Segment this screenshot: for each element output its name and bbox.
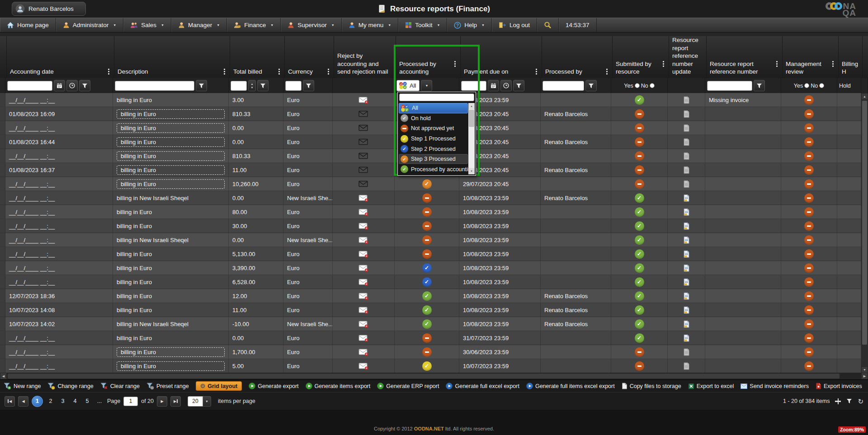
column-menu-icon[interactable] [831, 60, 835, 68]
reject-mail-icon[interactable] [359, 250, 368, 258]
previous-page-button[interactable]: ◀ [18, 396, 28, 407]
processed-by-filter-input[interactable] [542, 81, 584, 91]
reference-update-icon[interactable] [683, 96, 690, 104]
table-row[interactable]: __/__/____ __:__billing in Euro6,528.00E… [0, 275, 861, 289]
column-header-mgmt[interactable]: Management review [783, 36, 839, 78]
scroll-left-icon[interactable]: ◀ [0, 373, 7, 379]
filter-button[interactable] [754, 80, 765, 91]
reference-update-icon[interactable] [683, 292, 690, 300]
currency-filter-input[interactable] [285, 81, 302, 91]
toolbar-button-generate-erp-report[interactable]: Generate ERP report [377, 383, 439, 389]
dropdown-filter-input[interactable] [399, 94, 474, 101]
accounting-date-filter-input[interactable] [7, 81, 52, 91]
filter-button[interactable] [196, 80, 207, 91]
column-menu-icon[interactable] [605, 68, 609, 75]
reject-mail-icon[interactable] [359, 194, 368, 202]
column-header-reject[interactable]: Reject by accounting and send rejection … [334, 36, 396, 78]
reference-update-icon[interactable] [683, 320, 690, 328]
description-field[interactable]: billing in Euro [117, 347, 225, 357]
toolbar-button-send-invoice-reminders[interactable]: Send invoice reminders [741, 383, 809, 389]
nav-item-toolkit[interactable]: Toolkit▼ [398, 18, 447, 32]
reference-update-icon[interactable] [683, 348, 690, 356]
reject-mail-icon[interactable] [359, 96, 368, 104]
reject-mail-icon[interactable] [359, 236, 368, 244]
nav-item-manager[interactable]: Manager▼ [171, 18, 227, 32]
column-menu-icon[interactable] [326, 68, 330, 75]
payment-due-filter-input[interactable] [461, 81, 486, 91]
description-field[interactable]: billing in Euro [117, 137, 225, 147]
reject-mail-icon[interactable] [359, 320, 368, 328]
dropdown-item-all[interactable]: All [399, 103, 468, 113]
filter-button[interactable] [513, 80, 524, 91]
reference-update-icon[interactable] [683, 334, 690, 342]
column-header-bill[interactable]: Billing H [839, 36, 863, 78]
page-number-...[interactable]: ... [95, 398, 104, 404]
reference-update-icon[interactable] [683, 222, 690, 230]
toolbar-button-generate-full-excel-export[interactable]: Generate full excel export [446, 383, 519, 389]
reference-update-icon[interactable] [683, 236, 690, 244]
description-field[interactable]: billing in Euro [117, 165, 225, 175]
page-number-4[interactable]: 4 [71, 398, 80, 404]
description-field[interactable]: billing in Euro [117, 109, 225, 119]
toolbar-button-clear-range[interactable]: Clear range [100, 383, 140, 390]
time-picker-button[interactable] [500, 80, 512, 91]
table-row[interactable]: __/__/____ __:__billing in Euro80.00Euro… [0, 205, 861, 219]
next-page-button[interactable]: ▶ [157, 396, 167, 407]
refresh-icon[interactable]: ↻ [858, 398, 863, 405]
reference-update-icon[interactable] [683, 362, 690, 370]
dropdown-item-not-approved-yet[interactable]: Not approved yet [399, 123, 468, 134]
nav-item-sales[interactable]: Sales▼ [123, 18, 171, 32]
reject-mail-icon[interactable] [359, 306, 368, 314]
toolbar-button-change-range[interactable]: Change range [47, 383, 93, 390]
filter-button[interactable] [257, 80, 269, 91]
table-row[interactable]: 10/07/2023 14:08billing in Euro11.00Euro… [0, 303, 861, 317]
reference-update-icon[interactable] [683, 278, 690, 286]
table-row[interactable]: 12/07/2023 18:36billing in Euro12.00Euro… [0, 289, 861, 303]
scroll-right-icon[interactable]: ▶ [861, 373, 868, 379]
toolbar-button-generate-export[interactable]: Generate export [249, 383, 298, 389]
column-header-sub[interactable]: Submitted by resource [613, 36, 669, 78]
nav-item-home-page[interactable]: Home page [0, 18, 56, 32]
reject-mail-icon[interactable] [359, 334, 368, 342]
column-menu-icon[interactable] [277, 68, 281, 75]
select-open-button[interactable]: ▼ [421, 80, 432, 91]
column-header-date[interactable]: Accounting date [7, 36, 114, 78]
toolbar-button-copy-files-to-storage[interactable]: Copy files to storage [622, 383, 681, 389]
dropdown-item-step-2-processed[interactable]: ✓Step 2 Processed [399, 144, 468, 154]
reject-mail-icon[interactable] [359, 110, 368, 117]
description-field[interactable]: billing in Euro [117, 361, 225, 371]
page-number-2[interactable]: 2 [46, 398, 55, 404]
table-row[interactable]: __/__/____ __:__billing in Euro0.00Euro3… [0, 331, 861, 345]
column-header-pby[interactable]: Processed by [542, 36, 613, 78]
reject-mail-icon[interactable] [359, 348, 368, 356]
description-filter-input[interactable] [115, 81, 194, 91]
dropdown-item-processed-by-accounting[interactable]: ✓Processed by accounting [399, 164, 468, 174]
dropdown-scroll-thumb[interactable] [469, 110, 474, 127]
column-menu-icon[interactable] [453, 60, 457, 68]
page-size-select[interactable]: 20 [188, 396, 203, 407]
column-menu-icon[interactable] [661, 60, 665, 68]
column-header-curr[interactable]: Currency [285, 36, 334, 78]
move-columns-icon[interactable] [835, 398, 841, 404]
reject-mail-icon[interactable] [359, 362, 368, 370]
total-billed-filter-input[interactable] [231, 81, 247, 91]
nav-item-supervisor[interactable]: Supervisor▼ [281, 18, 341, 32]
description-field[interactable]: billing in Euro [117, 151, 225, 161]
date-picker-button[interactable] [488, 80, 499, 91]
column-header-due[interactable]: Payment due on [461, 36, 542, 78]
column-header-total[interactable]: Total billed [230, 36, 285, 78]
reject-mail-icon[interactable] [359, 208, 368, 216]
table-row[interactable]: __/__/____ __:__billing in New Israeli S… [0, 233, 861, 247]
nav-item-finance[interactable]: Finance▼ [227, 18, 281, 32]
page-number-1[interactable]: 1 [32, 396, 43, 407]
nav-search-button[interactable] [537, 18, 559, 32]
dropdown-scrollbar[interactable]: ▲ ▼ [468, 103, 475, 174]
scroll-up-icon[interactable]: ▲ [468, 103, 475, 109]
description-field[interactable]: billing in Euro [117, 123, 225, 133]
column-menu-icon[interactable] [222, 68, 226, 75]
reference-update-icon[interactable] [683, 166, 690, 174]
reference-update-icon[interactable] [683, 208, 690, 216]
filter-button[interactable] [79, 80, 90, 91]
column-header-ref[interactable]: Resource report reference number [707, 36, 783, 78]
nav-item-administrator[interactable]: Administrator▼ [56, 18, 123, 32]
